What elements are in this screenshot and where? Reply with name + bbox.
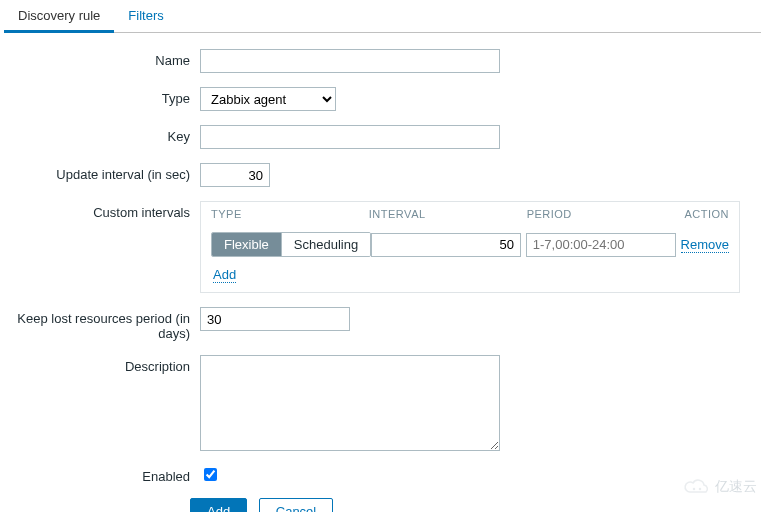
ci-row: Flexible Scheduling Remove — [201, 226, 739, 263]
name-input[interactable] — [200, 49, 500, 73]
ci-header-period: PERIOD — [527, 208, 685, 220]
keep-lost-input[interactable] — [200, 307, 350, 331]
ci-interval-input[interactable] — [371, 233, 521, 257]
cloud-icon — [683, 478, 711, 496]
type-select[interactable]: Zabbix agent — [200, 87, 336, 111]
tab-discovery-rule[interactable]: Discovery rule — [4, 0, 114, 33]
update-interval-input[interactable] — [200, 163, 270, 187]
ci-add-link[interactable]: Add — [213, 267, 236, 283]
ci-seg-flexible[interactable]: Flexible — [212, 233, 281, 256]
svg-point-1 — [699, 488, 701, 490]
label-description: Description — [0, 355, 200, 374]
svg-point-0 — [693, 488, 695, 490]
label-update-interval: Update interval (in sec) — [0, 163, 200, 182]
ci-seg-scheduling[interactable]: Scheduling — [281, 233, 370, 256]
label-enabled: Enabled — [0, 465, 200, 484]
ci-header-type: TYPE — [211, 208, 369, 220]
ci-type-segmented: Flexible Scheduling — [211, 232, 371, 257]
enabled-checkbox[interactable] — [204, 468, 217, 481]
label-key: Key — [0, 125, 200, 144]
ci-period-input[interactable] — [526, 233, 676, 257]
watermark-text: 亿速云 — [715, 478, 757, 496]
label-type: Type — [0, 87, 200, 106]
label-keep-lost: Keep lost resources period (in days) — [0, 307, 200, 341]
label-custom-intervals: Custom intervals — [0, 201, 200, 220]
ci-header-action: ACTION — [684, 208, 729, 220]
cancel-button[interactable]: Cancel — [259, 498, 333, 512]
form-actions: Add Cancel — [190, 498, 765, 512]
label-name: Name — [0, 49, 200, 68]
tabs: Discovery rule Filters — [4, 0, 761, 33]
custom-intervals-box: TYPE INTERVAL PERIOD ACTION Flexible Sch… — [200, 201, 740, 293]
form: Name Type Zabbix agent Key Update interv… — [0, 33, 765, 512]
key-input[interactable] — [200, 125, 500, 149]
tab-filters[interactable]: Filters — [114, 0, 177, 33]
description-textarea[interactable] — [200, 355, 500, 451]
ci-remove-link[interactable]: Remove — [681, 237, 729, 253]
watermark: 亿速云 — [683, 478, 757, 496]
add-button[interactable]: Add — [190, 498, 247, 512]
ci-header-interval: INTERVAL — [369, 208, 527, 220]
